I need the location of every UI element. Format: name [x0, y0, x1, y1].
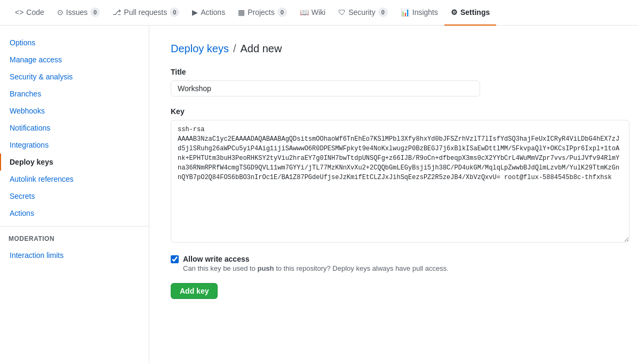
title-input[interactable] — [171, 80, 480, 96]
page-layout: Options Manage access Security & analysi… — [0, 26, 638, 363]
nav-projects[interactable]: ▦ Projects 0 — [232, 0, 293, 26]
nav-issues[interactable]: ⊙ Issues 0 — [51, 0, 106, 26]
sidebar-item-actions[interactable]: Actions — [0, 205, 149, 222]
nav-insights[interactable]: 📊 Insights — [394, 0, 444, 26]
pull-requests-badge: 0 — [170, 7, 179, 17]
moderation-section-header: Moderation — [0, 231, 149, 247]
nav-actions-label: Actions — [201, 8, 225, 17]
settings-icon: ⚙ — [451, 8, 458, 17]
breadcrumb-current: Add new — [241, 43, 282, 55]
sidebar-item-interaction-limits[interactable]: Interaction limits — [0, 247, 149, 264]
projects-icon: ▦ — [238, 8, 245, 17]
nav-issues-label: Issues — [66, 8, 87, 17]
sidebar-item-branches[interactable]: Branches — [0, 85, 149, 102]
allow-write-text: Allow write access Can this key be used … — [183, 255, 449, 272]
sidebar-item-options[interactable]: Options — [0, 34, 149, 51]
nav-insights-label: Insights — [412, 8, 438, 17]
allow-write-help-suffix: to this repository? Deploy keys always h… — [274, 264, 449, 272]
sidebar-item-deploy-keys[interactable]: Deploy keys — [0, 153, 149, 171]
nav-settings[interactable]: ⚙ Settings — [444, 0, 496, 26]
actions-icon: ▶ — [192, 8, 198, 17]
nav-wiki[interactable]: 📖 Wiki — [293, 0, 332, 26]
title-field-group: Title — [171, 68, 629, 96]
add-key-button[interactable]: Add key — [171, 283, 218, 299]
nav-code-label: Code — [26, 8, 44, 17]
nav-projects-label: Projects — [248, 8, 275, 17]
sidebar: Options Manage access Security & analysi… — [0, 26, 149, 363]
nav-code[interactable]: <> Code — [9, 0, 51, 26]
nav-actions[interactable]: ▶ Actions — [186, 0, 232, 26]
wiki-icon: 📖 — [300, 8, 309, 17]
sidebar-item-manage-access[interactable]: Manage access — [0, 51, 149, 68]
sidebar-item-webhooks[interactable]: Webhooks — [0, 102, 149, 119]
pull-requests-icon: ⎇ — [113, 8, 121, 17]
security-icon: 🛡 — [338, 8, 346, 17]
nav-security[interactable]: 🛡 Security 0 — [332, 0, 394, 26]
allow-write-help-prefix: Can this key be used to — [183, 264, 257, 272]
allow-write-help: Can this key be used to push to this rep… — [183, 264, 449, 272]
breadcrumb-link[interactable]: Deploy keys — [171, 43, 229, 55]
key-label: Key — [171, 107, 629, 116]
allow-write-label[interactable]: Allow write access — [183, 255, 449, 263]
sidebar-item-autolink-references[interactable]: Autolink references — [0, 171, 149, 188]
code-icon: <> — [15, 8, 23, 17]
nav-settings-label: Settings — [460, 8, 490, 17]
nav-wiki-label: Wiki — [312, 8, 325, 17]
sidebar-item-security-analysis[interactable]: Security & analysis — [0, 68, 149, 85]
sidebar-item-notifications[interactable]: Notifications — [0, 119, 149, 136]
main-content: Deploy keys / Add new Title Key Allow wr… — [149, 26, 638, 363]
security-badge: 0 — [378, 7, 388, 17]
projects-badge: 0 — [277, 7, 287, 17]
top-nav: <> Code ⊙ Issues 0 ⎇ Pull requests 0 ▶ A… — [0, 0, 638, 26]
title-label: Title — [171, 68, 629, 76]
issues-badge: 0 — [90, 7, 100, 17]
sidebar-item-secrets[interactable]: Secrets — [0, 188, 149, 205]
key-textarea[interactable] — [171, 120, 629, 242]
nav-security-label: Security — [348, 8, 376, 17]
breadcrumb: Deploy keys / Add new — [171, 43, 629, 55]
insights-icon: 📊 — [401, 8, 410, 17]
issues-icon: ⊙ — [57, 8, 63, 17]
allow-write-group: Allow write access Can this key be used … — [171, 255, 629, 272]
nav-pull-requests-label: Pull requests — [124, 8, 167, 17]
allow-write-checkbox[interactable] — [171, 255, 179, 263]
sidebar-item-integrations[interactable]: Integrations — [0, 136, 149, 153]
sidebar-divider — [0, 226, 149, 227]
allow-write-help-push: push — [257, 264, 274, 272]
breadcrumb-separator: / — [233, 43, 236, 55]
key-field-group: Key — [171, 107, 629, 244]
nav-pull-requests[interactable]: ⎇ Pull requests 0 — [106, 0, 186, 26]
